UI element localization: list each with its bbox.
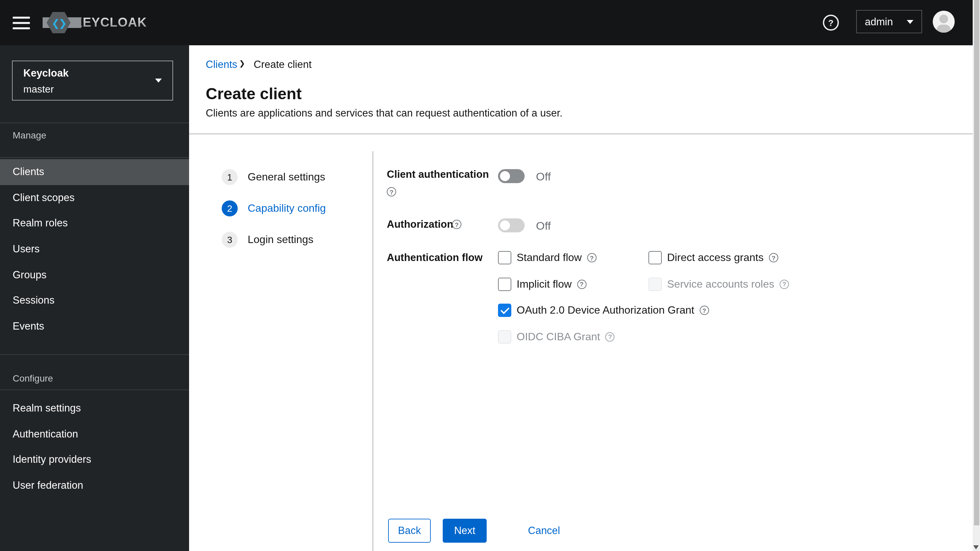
client-authentication-label: Client authentication bbox=[387, 169, 489, 180]
cancel-button[interactable]: Cancel bbox=[528, 519, 568, 543]
authorization-value: Off bbox=[536, 220, 551, 233]
step-number: 1 bbox=[222, 169, 238, 185]
checkbox-label: OAuth 2.0 Device Authorization Grant bbox=[517, 304, 694, 316]
sidebar-item-events[interactable]: Events bbox=[0, 313, 189, 339]
toggle-knob bbox=[500, 171, 510, 181]
wizard-divider bbox=[372, 151, 373, 551]
implicit-flow-checkbox[interactable] bbox=[498, 277, 511, 291]
client-authentication-help-icon[interactable] bbox=[387, 187, 396, 196]
next-button[interactable]: Next bbox=[443, 519, 487, 543]
standard-flow-help-icon[interactable] bbox=[587, 253, 597, 262]
divider bbox=[0, 157, 189, 158]
breadcrumb-current: Create client bbox=[254, 59, 312, 70]
checkbox-label: Service accounts roles bbox=[667, 278, 774, 290]
authorization-help-icon[interactable] bbox=[452, 220, 461, 229]
implicit-flow-help-icon[interactable] bbox=[577, 279, 586, 289]
sidebar-item-clients[interactable]: Clients bbox=[0, 159, 189, 185]
checkbox-label: Standard flow bbox=[517, 252, 582, 264]
sidebar-item-identity-providers[interactable]: Identity providers bbox=[0, 447, 189, 473]
realm-switcher-name: Keycloak bbox=[23, 67, 68, 79]
step-label: Login settings bbox=[248, 234, 313, 246]
user-menu-dropdown[interactable]: admin bbox=[856, 10, 922, 33]
sidebar-section-manage: Manage bbox=[13, 130, 46, 140]
avatar-head bbox=[939, 14, 948, 23]
step-number: 2 bbox=[222, 201, 238, 217]
sidebar-item-realm-settings[interactable]: Realm settings bbox=[0, 395, 189, 421]
service-accounts-roles-checkbox bbox=[648, 277, 662, 291]
checkbox-row-standard-flow[interactable]: Standard flow bbox=[498, 251, 597, 264]
wizard-step-login-settings[interactable]: 3 Login settings bbox=[222, 232, 313, 248]
oidc-ciba-grant-help-icon[interactable] bbox=[606, 332, 615, 341]
step-label: Capability config bbox=[248, 202, 326, 214]
step-label: General settings bbox=[248, 171, 325, 183]
realm-switcher[interactable]: Keycloak master bbox=[12, 61, 173, 100]
checkbox-label: Implicit flow bbox=[517, 278, 571, 290]
sidebar-item-client-scopes[interactable]: Client scopes bbox=[0, 185, 189, 210]
divider bbox=[0, 390, 189, 390]
top-bar: ❮❯ KEYCLOAK admin bbox=[0, 0, 973, 45]
wizard-step-general-settings[interactable]: 1 General settings bbox=[222, 169, 325, 185]
hamburger-menu-icon[interactable] bbox=[13, 17, 30, 29]
manage-nav: Clients Client scopes Realm roles Users … bbox=[0, 159, 189, 339]
toggle-knob bbox=[500, 220, 510, 230]
breadcrumb-clients-link[interactable]: Clients bbox=[206, 59, 237, 70]
checkbox-row-oidc-ciba-grant: OIDC CIBA Grant bbox=[498, 330, 615, 343]
caret-down-icon bbox=[907, 20, 913, 24]
oauth-device-grant-help-icon[interactable] bbox=[700, 306, 709, 315]
sidebar-item-realm-roles[interactable]: Realm roles bbox=[0, 210, 189, 236]
logo-hexagon-icon: ❮❯ bbox=[46, 12, 71, 33]
divider bbox=[0, 354, 189, 355]
sidebar-item-users[interactable]: Users bbox=[0, 236, 189, 262]
scrollbar-track[interactable] bbox=[973, 0, 980, 551]
help-icon[interactable] bbox=[823, 14, 839, 30]
client-authentication-toggle[interactable] bbox=[498, 169, 525, 183]
direct-access-grants-help-icon[interactable] bbox=[769, 253, 778, 262]
sidebar-item-sessions[interactable]: Sessions bbox=[0, 288, 189, 313]
page-subtitle: Clients are applications and services th… bbox=[206, 107, 563, 119]
sidebar-item-authentication[interactable]: Authentication bbox=[0, 421, 189, 447]
checkbox-label: OIDC CIBA Grant bbox=[517, 331, 600, 342]
authentication-flow-label: Authentication flow bbox=[387, 252, 483, 264]
authorization-toggle bbox=[498, 218, 525, 233]
oidc-ciba-grant-checkbox bbox=[498, 330, 511, 343]
back-button[interactable]: Back bbox=[388, 519, 431, 543]
client-authentication-value: Off bbox=[536, 170, 551, 184]
checkbox-row-oauth-device-grant[interactable]: OAuth 2.0 Device Authorization Grant bbox=[498, 304, 709, 317]
user-menu-label: admin bbox=[865, 16, 893, 28]
brand-name: KEYCLOAK bbox=[73, 15, 147, 30]
service-accounts-roles-help-icon[interactable] bbox=[780, 279, 789, 289]
scrollbar-down-arrow-icon[interactable] bbox=[973, 545, 978, 549]
authorization-label: Authorization bbox=[387, 218, 453, 230]
sidebar-item-user-federation[interactable]: User federation bbox=[0, 473, 189, 498]
wizard-step-capability-config[interactable]: 2 Capability config bbox=[222, 201, 326, 217]
sidebar-section-configure: Configure bbox=[13, 373, 53, 384]
checkbox-label: Direct access grants bbox=[667, 252, 764, 264]
sidebar: Keycloak master Manage Clients Client sc… bbox=[0, 45, 189, 551]
direct-access-grants-checkbox[interactable] bbox=[648, 251, 662, 264]
breadcrumb-chevron-icon: ❯ bbox=[239, 59, 245, 68]
header-divider bbox=[189, 133, 973, 134]
avatar-body bbox=[937, 25, 951, 33]
caret-down-icon bbox=[155, 78, 162, 83]
oauth-device-grant-checkbox[interactable] bbox=[498, 304, 511, 317]
checkbox-row-direct-access-grants[interactable]: Direct access grants bbox=[648, 251, 778, 264]
keycloak-logo[interactable]: ❮❯ KEYCLOAK bbox=[46, 11, 147, 34]
standard-flow-checkbox[interactable] bbox=[498, 251, 511, 264]
sidebar-item-groups[interactable]: Groups bbox=[0, 262, 189, 288]
step-number: 3 bbox=[222, 232, 238, 248]
scrollbar-thumb[interactable] bbox=[974, 0, 979, 526]
configure-nav: Realm settings Authentication Identity p… bbox=[0, 395, 189, 498]
divider bbox=[0, 122, 189, 123]
checkbox-row-service-accounts-roles: Service accounts roles bbox=[648, 277, 789, 291]
realm-switcher-realm: master bbox=[23, 83, 54, 94]
checkbox-row-implicit-flow[interactable]: Implicit flow bbox=[498, 277, 586, 291]
logo-chevrons-icon: ❮❯ bbox=[52, 18, 65, 28]
page-title: Create client bbox=[206, 84, 302, 103]
avatar[interactable] bbox=[933, 11, 955, 33]
